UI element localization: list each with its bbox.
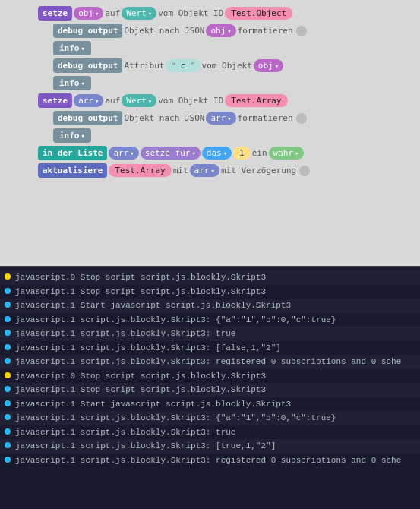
block-row-9: in der Liste arr setze für das 1 ein wah… [38,146,414,160]
console-dot [5,400,11,406]
setze-block: setze [38,6,72,21]
test-array-value-2: Test.Array [109,164,171,177]
console-text: javascript.1 script.js.blockly.Skript3: … [15,314,336,327]
attribut-label: Attribut [124,61,164,71]
console-line: javascript.1 script.js.blockly.Skript3: … [0,454,420,468]
console-text: javascript.1 Stop script script.js.block… [15,286,266,299]
aktualisiere-block: aktualisiere [38,163,107,178]
arr-var-dropdown-4[interactable]: arr [190,164,219,177]
wahr-dropdown[interactable]: wahr [269,147,304,160]
console-text: javascript.1 Stop script script.js.block… [15,384,266,397]
console-text: javascript.1 script.js.blockly.Skript3: … [15,342,281,355]
debug-output-block-3: debug output [53,111,122,125]
info-btn-2[interactable]: info [53,76,91,90]
info-btn-3[interactable]: info [53,128,91,143]
console-dot [5,316,11,322]
console-text: javascript.1 script.js.blockly.Skript3: … [15,327,235,340]
console-dot [5,302,11,308]
console-line: javascript.1 script.js.blockly.Skript3: … [0,341,420,356]
setze-block-2: setze [38,93,72,108]
formatieren-2: formatieren [238,113,293,123]
console-line: javascript.1 Stop script script.js.block… [0,285,420,299]
console-line: javascript.1 script.js.blockly.Skript3: … [0,425,420,440]
console-dot [5,442,11,448]
block-row-1: setze obj auf Wert vom Objekt ID Test.Ob… [38,6,414,21]
console-area: javascript.0 Stop script script.js.block… [0,266,420,509]
c-value: ❝ c ❞ [166,59,200,72]
console-dot [5,358,11,364]
console-line: javascript.0 Stop script script.js.block… [0,270,420,285]
console-text: javascript.1 script.js.blockly.Skript3: … [15,412,336,425]
block-row-2: debug output Objekt nach JSON obj format… [53,24,414,38]
console-dot [5,288,11,294]
debug-output-block-1: debug output [53,24,122,38]
console-text: javascript.1 script.js.blockly.Skript3: … [15,356,401,368]
auf-label-2: auf [105,96,120,106]
ein-label: ein [252,148,267,158]
debug-output-block-2: debug output [53,58,122,73]
vom-objekt-id-label-2: vom Objekt ID [158,96,223,106]
objekt-nach-json-2: Objekt nach JSON [124,113,204,123]
arr-var-dropdown-3[interactable]: arr [109,147,138,160]
obj-var-dropdown-2[interactable]: obj [206,24,235,37]
obj-var-dropdown-3[interactable]: obj [254,59,283,72]
console-line: javascript.1 script.js.blockly.Skript3: … [0,313,420,327]
console-text: javascript.1 script.js.blockly.Skript3: … [15,426,235,439]
console-text: javascript.1 Start javascript script.js.… [15,299,291,312]
console-line: javascript.1 Start javascript script.js.… [0,299,420,313]
setze-fur-dropdown[interactable]: setze für [141,147,201,160]
blocks-area: setze obj auf Wert vom Objekt ID Test.Ob… [0,0,420,266]
mit-label-1: mit [173,166,188,175]
wert-dropdown-1[interactable]: Wert [122,7,156,20]
console-line: javascript.1 Start javascript script.js.… [0,397,420,412]
das-dropdown[interactable]: das [202,147,232,160]
formatieren-toggle-2[interactable] [296,113,307,124]
console-dot [5,330,11,336]
test-object-value: Test.Object [225,7,292,20]
formatieren-toggle-1[interactable] [296,26,307,36]
console-dot [5,386,11,392]
console-dot [5,457,11,463]
wert-dropdown-2[interactable]: Wert [122,94,156,107]
console-line: javascript.1 script.js.blockly.Skript3: … [0,411,420,425]
console-text: javascript.0 Stop script script.js.block… [15,370,266,383]
block-row-7: debug output Objekt nach JSON arr format… [53,111,414,125]
console-text: javascript.0 Stop script script.js.block… [15,271,266,284]
auf-label-1: auf [105,8,120,18]
console-dot [5,344,11,350]
console-dot [5,414,11,420]
vom-objekt-id-label-1: vom Objekt ID [158,8,223,18]
verzogerung-toggle[interactable] [299,166,310,176]
console-line: javascript.1 script.js.blockly.Skript3: … [0,439,420,454]
test-array-value-1: Test.Array [225,94,287,107]
block-row-5: info [53,76,414,90]
arr-var-dropdown-1[interactable]: arr [74,94,103,107]
console-line: javascript.0 Stop script script.js.block… [0,369,420,384]
num-1-value: 1 [233,147,251,160]
console-line: javascript.1 Stop script script.js.block… [0,383,420,397]
arr-var-dropdown-2[interactable]: arr [206,112,235,125]
console-line: javascript.1 script.js.blockly.Skript3: … [0,355,420,369]
console-dot [5,273,11,280]
block-row-4: debug output Attribut ❝ c ❞ vom Objekt o… [53,58,414,73]
obj-var-dropdown-1[interactable]: obj [74,7,103,20]
block-row-8: info [53,128,414,143]
in-der-liste-block: in der Liste [38,146,107,160]
mit-verzogerung-label: mit Verzögerung [221,166,296,175]
console-dot [5,372,11,378]
objekt-nach-json-1: Objekt nach JSON [124,26,204,36]
info-btn-1[interactable]: info [53,41,91,55]
vom-objekt-label: vom Objekt [202,61,252,71]
console-text: javascript.1 Start javascript script.js.… [15,398,291,411]
formatieren-1: formatieren [238,26,293,36]
block-row-3: info [53,41,414,55]
console-text: javascript.1 script.js.blockly.Skript3: … [15,454,401,467]
block-row-6: setze arr auf Wert vom Objekt ID Test.Ar… [38,93,414,108]
console-text: javascript.1 script.js.blockly.Skript3: … [15,440,276,453]
console-dot [5,428,11,435]
console-line: javascript.1 script.js.blockly.Skript3: … [0,327,420,341]
block-row-10: aktualisiere Test.Array mit arr mit Verz… [38,163,414,178]
